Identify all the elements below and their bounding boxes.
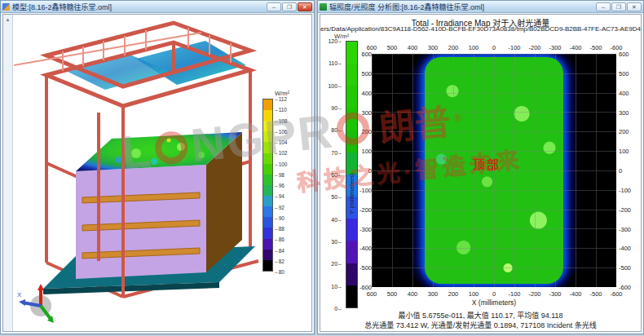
- stats-flux-rays: 总光通量 73.412 W, 光通量/发射光通量 0.1894, 717108 …: [320, 320, 641, 330]
- tick-label: -200: [619, 206, 631, 213]
- tick-label: 0: [619, 167, 622, 175]
- y-axis-ticks-left: 6005004003002001000-100-200-300-400-500-…: [355, 54, 373, 287]
- plot-annotation: 顶部: [473, 155, 501, 172]
- tick-label: 100: [619, 148, 629, 155]
- close-button[interactable]: ✕: [298, 2, 312, 11]
- irradiance-window-titlebar[interactable]: 辐照度/光照度 分析图:[8.16-2鑫特糖往乐堂.oml] – ❐ ✕: [318, 1, 643, 13]
- tick-label: 0: [492, 44, 496, 51]
- irradiance-map-client: Total - Irradiance Map 对于入射光通量 ers/Data/…: [320, 14, 642, 332]
- tick-label: 200: [361, 128, 372, 135]
- colorbar-tick-label: 110: [275, 107, 287, 113]
- colorbar-tick-label: 86: [275, 237, 285, 242]
- colorbar-gradient: [262, 99, 273, 272]
- colorbar-tick-label: 82: [275, 258, 285, 263]
- scroll-up-button[interactable]: ▲: [4, 16, 11, 24]
- model-3d-scene[interactable]: [14, 16, 271, 329]
- tick-label: 100: [469, 290, 479, 298]
- colorbar-tick-label: 60: [331, 172, 342, 178]
- colorbar-tick-label: 90: [275, 214, 285, 220]
- colorbar-tick-label: 98: [275, 171, 285, 177]
- y-axis-ticks-right: 6005004003002001000-100-200-300-400-500-…: [618, 54, 636, 287]
- colorbar-labels: 1201101009080706050403020100: [324, 41, 343, 308]
- colorbar-tick-label: 88: [275, 226, 285, 232]
- colorbar-tick-label: 120: [328, 38, 342, 44]
- tick-label: -400: [359, 245, 372, 252]
- tick-label: 400: [361, 89, 372, 96]
- tick-label: 100: [361, 148, 372, 155]
- tick-label: -500: [589, 290, 602, 298]
- tick-label: 200: [448, 44, 459, 51]
- tick-label: 600: [367, 290, 377, 298]
- tick-label: -100: [359, 186, 372, 193]
- colorbar-tick-label: 90: [331, 105, 342, 111]
- axis-triad: X: [16, 284, 64, 326]
- tick-label: -400: [569, 44, 581, 51]
- colorbar-tick-label: 106: [275, 128, 287, 134]
- colorbar-tick-label: 112: [275, 96, 287, 102]
- close-button[interactable]: ✕: [627, 2, 642, 11]
- irradiance-heatmap-plot[interactable]: 顶部: [372, 54, 616, 287]
- tick-label: -300: [359, 225, 372, 232]
- tick-label: -200: [528, 290, 540, 298]
- colorbar-tick-label: 104: [275, 139, 287, 145]
- tick-label: 500: [361, 69, 372, 77]
- tick-label: 600: [361, 51, 372, 58]
- tick-label: 500: [619, 69, 629, 77]
- x-axis-arrowhead: [19, 299, 25, 306]
- tick-label: 300: [619, 108, 629, 116]
- tick-label: -500: [619, 264, 631, 272]
- tick-label: 400: [408, 44, 418, 51]
- tick-label: 600: [619, 51, 629, 58]
- tick-label: -200: [359, 206, 372, 213]
- tick-label: 0: [492, 290, 496, 298]
- colorbar-tick-label: 30: [331, 239, 342, 245]
- irradiance-chart-icon: [320, 3, 327, 11]
- tick-label: -400: [619, 245, 631, 252]
- colorbar-tick-label: 10: [331, 283, 342, 289]
- tick-label: -500: [359, 264, 372, 272]
- colorbar-tick-label: 80: [275, 269, 285, 275]
- model-viewport[interactable]: ▲: [2, 14, 312, 332]
- colorbar-tick-label: 50: [331, 194, 342, 200]
- left-toolbar-strip: ▲: [3, 15, 13, 331]
- colorbar-tick-label: 100: [275, 161, 287, 166]
- tick-label: -300: [619, 225, 631, 232]
- colorbar-tick-label: 100: [328, 82, 342, 88]
- model-colorbar: W/m² 11211010810610410210098969492908886…: [261, 90, 303, 272]
- colorbar-tick-label: 80: [331, 127, 342, 133]
- colorbar-tick-label: 110: [329, 60, 342, 66]
- tick-label: 500: [387, 290, 398, 298]
- tick-label: -100: [619, 186, 631, 193]
- colorbar-tick-label: 84: [275, 247, 285, 253]
- tick-label: 300: [428, 44, 439, 51]
- restore-button[interactable]: ❐: [282, 2, 297, 11]
- tick-label: -500: [589, 44, 602, 51]
- tick-label: -200: [528, 44, 540, 51]
- minimize-button[interactable]: –: [267, 2, 281, 11]
- colorbar-tick-label: 108: [275, 117, 287, 123]
- tick-label: -100: [508, 44, 520, 51]
- tick-label: -300: [549, 44, 561, 51]
- model-window-title: 模型:[8.16-2鑫特糖往乐堂.oml]: [12, 2, 264, 12]
- restore-button[interactable]: ❐: [611, 2, 626, 11]
- tick-label: 400: [408, 290, 418, 298]
- tick-label: 500: [387, 44, 398, 51]
- x-axis-ticks-bottom: 6005004003002001000-100-200-300-400-500-…: [372, 290, 616, 298]
- tick-label: -400: [569, 290, 581, 298]
- chart-source-path: ers/Data/Application/83C9A118-D562-410D-…: [320, 25, 641, 33]
- colorbar-tick-label: 92: [275, 204, 285, 210]
- colorbar-tick-label: 96: [275, 183, 285, 188]
- colorbar-labels: 1121101081061041021009896949290888684828…: [275, 99, 302, 272]
- model-window: 模型:[8.16-2鑫特糖往乐堂.oml] – ❐ ✕ ▲: [0, 0, 315, 334]
- model-window-titlebar[interactable]: 模型:[8.16-2鑫特糖往乐堂.oml] – ❐ ✕: [1, 1, 314, 13]
- tick-label: -600: [610, 290, 622, 298]
- x-axis-title: X (millimeters): [372, 298, 616, 307]
- colorbar-tick-label: 102: [275, 150, 287, 156]
- z-axis-arrowhead: [37, 284, 44, 290]
- colorbar-tick-label: 94: [275, 193, 285, 199]
- colorbar-tick-label: 20: [331, 261, 342, 267]
- minimize-button[interactable]: –: [596, 2, 611, 11]
- colorbar-tick-label: 40: [331, 216, 342, 222]
- tick-label: 200: [619, 128, 629, 135]
- model-icon: [2, 3, 10, 11]
